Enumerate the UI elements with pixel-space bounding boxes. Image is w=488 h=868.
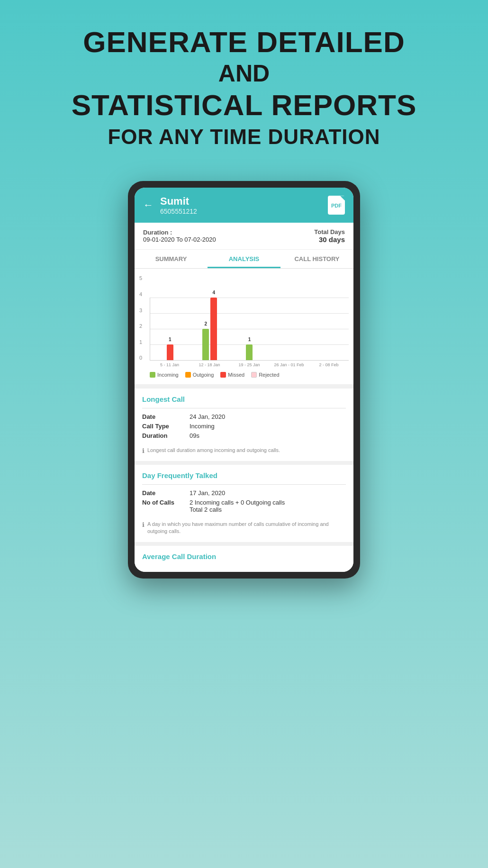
legend-incoming: Incoming [150, 372, 179, 378]
chart-legend: Incoming Outgoing Missed Rejected [139, 368, 349, 380]
longest-call-type-value: Incoming [190, 423, 346, 430]
day-frequently-talked-divider [142, 484, 346, 485]
contact-phone: 6505551212 [160, 208, 328, 215]
day-frequently-talked-section: Day Frequently Talked Date 17 Jan, 2020 … [135, 461, 353, 542]
day-calls-breakdown: 2 Incoming calls + 0 Outgoing calls [190, 499, 346, 506]
y-label-4: 4 [139, 291, 146, 297]
legend-dot-outgoing [185, 372, 191, 378]
legend-rejected: Rejected [251, 372, 279, 378]
legend-label-missed: Missed [228, 372, 244, 378]
bar-group-3: 1 [230, 344, 270, 360]
day-note: ℹ A day in which you have maximum number… [142, 517, 346, 535]
bar-incoming-2: 2 [202, 329, 209, 360]
legend-dot-rejected [251, 372, 257, 378]
y-label-0: 0 [139, 355, 146, 361]
contact-name: Sumit [160, 195, 328, 208]
info-icon-2: ℹ [142, 521, 145, 528]
average-call-duration-section: Average Call Duration [135, 542, 353, 572]
bar-group-1: 1 [150, 344, 190, 360]
header-line1: GENERATE DETAILED [0, 26, 488, 58]
app-bar-title: Sumit 6505551212 [160, 195, 328, 215]
day-frequently-talked-title: Day Frequently Talked [142, 471, 346, 479]
bar-incoming-2-label: 2 [204, 321, 207, 326]
x-label-4: 26 Jan - 01 Feb [269, 362, 309, 368]
day-date-label: Date [142, 489, 190, 497]
longest-call-note: ℹ Longest call duration among incoming a… [142, 443, 346, 454]
y-label-3: 3 [139, 307, 146, 313]
longest-call-duration-value: 09s [190, 432, 346, 439]
day-note-text: A day in which you have maximum number o… [147, 521, 346, 535]
duration-right: Total Days 30 days [314, 228, 345, 244]
longest-call-duration-row: Duration 09s [142, 432, 346, 439]
bar-missed-2-label: 4 [212, 290, 215, 295]
device-frame: ← Sumit 6505551212 PDF Duration : 09-01-… [128, 181, 360, 578]
longest-call-note-text: Longest call duration among incoming and… [147, 447, 346, 454]
day-date-row: Date 17 Jan, 2020 [142, 489, 346, 497]
x-label-2: 12 - 18 Jan [190, 362, 229, 368]
longest-call-date-label: Date [142, 413, 190, 420]
duration-bar: Duration : 09-01-2020 To 07-02-2020 Tota… [135, 223, 353, 250]
legend-missed: Missed [220, 372, 244, 378]
device-wrapper: ← Sumit 6505551212 PDF Duration : 09-01-… [0, 181, 488, 578]
day-calls-row: No of Calls 2 Incoming calls + 0 Outgoin… [142, 499, 346, 513]
y-label-2: 2 [139, 323, 146, 329]
longest-call-date-row: Date 24 Jan, 2020 [142, 413, 346, 420]
pdf-label: PDF [331, 203, 342, 208]
legend-label-incoming: Incoming [157, 372, 179, 378]
back-button[interactable]: ← [143, 199, 154, 211]
longest-call-duration-label: Duration [142, 432, 190, 439]
legend-dot-missed [220, 372, 226, 378]
legend-label-outgoing: Outgoing [193, 372, 214, 378]
longest-call-type-row: Call Type Incoming [142, 423, 346, 430]
app-bar: ← Sumit 6505551212 PDF [135, 188, 353, 223]
duration-label: Duration : [143, 229, 216, 236]
header-line4: FOR ANY TIME DURATION [0, 121, 488, 153]
bar-group-2: 2 4 [190, 298, 230, 360]
day-calls-label: No of Calls [142, 499, 190, 513]
day-calls-total: Total 2 calls [190, 506, 346, 513]
y-label-5: 5 [139, 275, 146, 281]
bar-missed-1: 1 [167, 344, 173, 360]
tab-bar: SUMMARY ANALYSIS CALL HISTORY [135, 250, 353, 269]
day-calls-value: 2 Incoming calls + 0 Outgoing calls Tota… [190, 499, 346, 513]
x-labels-row: 5 - 11 Jan 12 - 18 Jan 19 - 25 Jan 26 Ja… [150, 362, 349, 368]
x-label-3: 19 - 25 Jan [229, 362, 269, 368]
bar-incoming-3: 1 [246, 344, 253, 360]
longest-call-divider [142, 408, 346, 408]
x-label-1: 5 - 11 Jan [150, 362, 190, 368]
legend-label-rejected: Rejected [259, 372, 279, 378]
bar-missed-1-label: 1 [169, 337, 172, 342]
y-label-1: 1 [139, 339, 146, 345]
pdf-button[interactable]: PDF [328, 196, 345, 215]
chart-area: 0 1 2 3 4 5 1 [139, 275, 349, 361]
y-axis: 0 1 2 3 4 5 [139, 275, 150, 361]
bar-incoming-3-label: 1 [248, 337, 251, 342]
longest-call-date-value: 24 Jan, 2020 [190, 413, 346, 420]
longest-call-type-label: Call Type [142, 423, 190, 430]
longest-call-section: Longest Call Date 24 Jan, 2020 Call Type… [135, 385, 353, 461]
longest-call-title: Longest Call [142, 395, 346, 403]
tab-analysis[interactable]: ANALYSIS [208, 250, 280, 268]
tab-summary[interactable]: SUMMARY [135, 250, 208, 268]
bar-missed-2: 4 [210, 298, 217, 360]
header-line2: AND [0, 58, 488, 89]
duration-left: Duration : 09-01-2020 To 07-02-2020 [143, 229, 216, 243]
legend-outgoing: Outgoing [185, 372, 214, 378]
screen: ← Sumit 6505551212 PDF Duration : 09-01-… [135, 188, 353, 571]
average-call-duration-title: Average Call Duration [142, 552, 346, 561]
total-days-value: 30 days [314, 235, 345, 244]
header-section: GENERATE DETAILED AND STATISTICAL REPORT… [0, 0, 488, 167]
total-days-label: Total Days [314, 228, 345, 235]
legend-dot-incoming [150, 372, 155, 378]
x-label-5: 2 - 08 Feb [309, 362, 349, 368]
chart-x-labels: 5 - 11 Jan 12 - 18 Jan 19 - 25 Jan 26 Ja… [139, 362, 349, 368]
tab-call-history[interactable]: CALL HISTORY [280, 250, 353, 268]
info-icon: ℹ [142, 447, 145, 454]
chart-bars: 1 2 4 [150, 298, 349, 361]
chart-container: 0 1 2 3 4 5 1 [135, 269, 353, 385]
duration-range: 09-01-2020 To 07-02-2020 [143, 236, 216, 243]
day-date-value: 17 Jan, 2020 [190, 489, 346, 497]
header-line3: STATISTICAL REPORTS [0, 89, 488, 121]
